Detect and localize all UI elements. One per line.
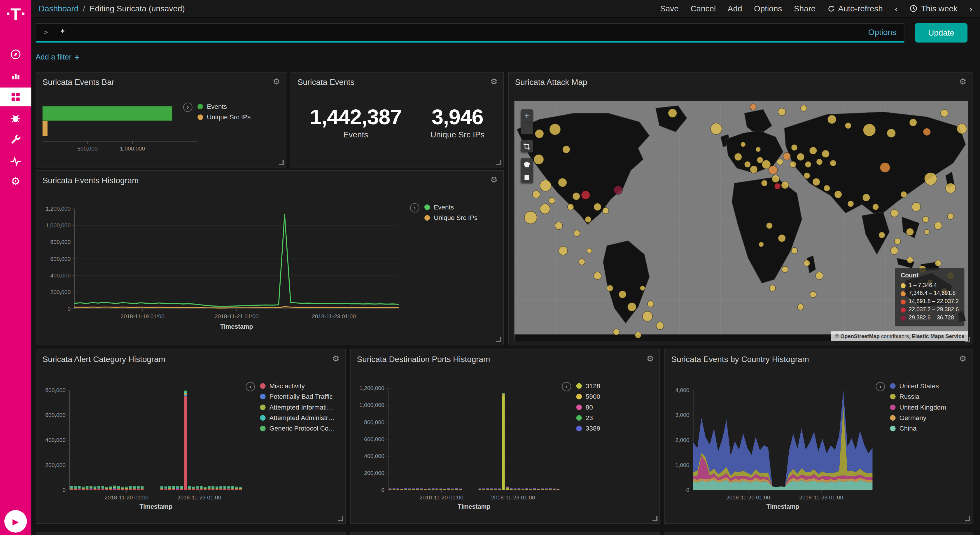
query-input-box: >_ Options	[36, 23, 904, 42]
breadcrumb-dashboard-link[interactable]: Dashboard	[39, 4, 78, 13]
legend-item[interactable]: 5900	[576, 393, 600, 400]
zoom-in-button[interactable]: +	[520, 109, 533, 122]
legend-item[interactable]: Generic Protocol Co…	[260, 424, 335, 432]
elastic-maps-service-link[interactable]: Elastic Maps Service	[912, 333, 964, 339]
legend-toggle-icon[interactable]: ›	[562, 382, 571, 391]
time-range-picker[interactable]: This week	[910, 4, 958, 13]
openstreetmap-link[interactable]: OpenStreetMap	[840, 333, 880, 339]
legend-item[interactable]: Events	[197, 102, 251, 110]
panel-gear-icon[interactable]: ⚙	[958, 76, 968, 88]
add-filter-link[interactable]: Add a filter +	[36, 51, 80, 63]
add-button[interactable]: Add	[728, 4, 742, 13]
play-button[interactable]: ▶	[5, 510, 27, 533]
panel-suricata-destination-ports-histogram: Suricata Destination Ports Histogram ⚙ 0…	[350, 349, 660, 524]
sidebar-item-visualize[interactable]	[0, 66, 31, 85]
legend-toggle-icon[interactable]: ›	[876, 382, 885, 391]
svg-text:2018-11-20 01:00: 2018-11-20 01:00	[104, 494, 148, 501]
svg-text:400,000: 400,000	[45, 437, 65, 443]
legend-label: Misc activity	[269, 382, 305, 389]
resize-handle[interactable]	[338, 516, 343, 521]
legend-color-dot	[890, 393, 896, 399]
auto-refresh-button[interactable]: Auto-refresh	[827, 4, 883, 13]
legend-item[interactable]: United States	[890, 382, 946, 389]
legend-label: Attempted Informati…	[269, 403, 333, 411]
svg-text:200,000: 200,000	[45, 462, 65, 468]
legend-item[interactable]: Attempted Administr…	[260, 414, 335, 422]
resize-handle[interactable]	[965, 516, 970, 521]
share-button[interactable]: Share	[794, 4, 816, 13]
legend-toggle-icon[interactable]: ›	[246, 382, 255, 391]
panel-gear-icon[interactable]: ⚙	[489, 174, 499, 186]
polygon-select-button[interactable]	[520, 158, 533, 170]
legend-label: 3128	[585, 382, 600, 389]
resize-handle[interactable]	[652, 516, 657, 521]
map-legend-label: 22,037.2 – 29,382.6	[909, 306, 959, 314]
update-button[interactable]: Update	[915, 23, 967, 42]
legend-color-dot	[576, 425, 582, 431]
panel-gear-icon[interactable]: ⚙	[489, 76, 499, 88]
panel-partial-3	[664, 532, 972, 535]
map-legend-item: 22,037.2 – 29,382.6	[900, 306, 959, 314]
legend-item[interactable]: Unique Src IPs	[425, 214, 477, 221]
panel-gear-icon[interactable]: ⚙	[645, 353, 655, 365]
query-input[interactable]	[59, 27, 861, 37]
legend-label: Generic Protocol Co…	[269, 424, 335, 432]
svg-text:2018-11-20 01:00: 2018-11-20 01:00	[419, 494, 463, 501]
panel-gear-icon[interactable]: ⚙	[958, 353, 968, 365]
legend-item[interactable]: Attempted Informati…	[260, 403, 335, 411]
legend-item[interactable]: 23	[576, 414, 600, 422]
legend-item[interactable]: Events	[425, 203, 477, 211]
top-nav-actions: Save Cancel Add Options Share Auto-refre…	[660, 3, 972, 14]
cancel-button[interactable]: Cancel	[690, 4, 716, 13]
legend-label: Unique Src IPs	[434, 214, 477, 221]
world-map[interactable]: + − Count	[514, 100, 968, 341]
map-attribution: © OpenStreetMap contributors, Elastic Ma…	[831, 331, 968, 341]
panel-gear-icon[interactable]: ⚙	[272, 76, 282, 88]
sidebar-item-security[interactable]	[0, 109, 31, 127]
svg-text:4,000: 4,000	[675, 387, 689, 393]
legend-item[interactable]: United Kingdom	[890, 403, 946, 411]
x-axis-title: Timestamp	[351, 503, 597, 510]
chart-legend: › EventsUnique Src IPs	[183, 102, 251, 121]
legend-item[interactable]: Misc activity	[260, 382, 335, 389]
panel-gear-icon[interactable]: ⚙	[331, 353, 340, 365]
time-back-chevron[interactable]: ‹	[894, 3, 898, 14]
legend-item[interactable]: China	[890, 424, 946, 432]
legend-item[interactable]: 80	[576, 403, 600, 411]
legend-item[interactable]: 3128	[576, 382, 600, 389]
legend-label: China	[899, 424, 917, 432]
heartbeat-icon	[10, 154, 22, 167]
sidebar-item-discover[interactable]	[0, 45, 31, 64]
resize-handle[interactable]	[279, 160, 284, 165]
options-button[interactable]: Options	[754, 4, 782, 13]
time-forward-chevron[interactable]: ›	[969, 3, 973, 14]
legend-item[interactable]: 3389	[576, 424, 600, 432]
legend-toggle-icon[interactable]: ›	[410, 203, 419, 212]
sidebar-item-devtools[interactable]	[0, 130, 31, 149]
legend-color-dot	[425, 204, 430, 210]
sidebar-item-dashboard[interactable]	[0, 88, 31, 106]
fit-bounds-button[interactable]	[520, 140, 533, 153]
rectangle-select-button[interactable]	[520, 170, 533, 183]
sidebar-item-management[interactable]: ⚙	[0, 172, 31, 191]
map-legend-color-dot	[900, 315, 905, 320]
legend-item[interactable]: Unique Src IPs	[197, 113, 251, 121]
legend-item[interactable]: Potentially Bad Traffic	[260, 393, 335, 400]
map-legend-label: 29,382.6 – 36,728	[909, 314, 955, 322]
legend-color-dot	[890, 425, 896, 431]
events-histogram-chart[interactable]: 0200,000400,000600,000800,0001,000,0001,…	[36, 196, 437, 324]
svg-text:0: 0	[62, 487, 65, 493]
legend-item[interactable]: Germany	[890, 414, 946, 422]
save-button[interactable]: Save	[660, 4, 679, 13]
zoom-out-button[interactable]: −	[520, 122, 533, 134]
resize-handle[interactable]	[496, 160, 501, 165]
legend-toggle-icon[interactable]: ›	[183, 102, 192, 112]
legend-item[interactable]: Russia	[890, 393, 946, 400]
sidebar-item-monitoring[interactable]	[0, 151, 31, 170]
query-options-link[interactable]: Options	[868, 27, 896, 37]
legend-label: 23	[585, 414, 593, 422]
clock-icon	[910, 4, 918, 13]
legend-label: United States	[899, 382, 939, 389]
legend-label: Events	[434, 203, 454, 211]
resize-handle[interactable]	[496, 337, 501, 342]
